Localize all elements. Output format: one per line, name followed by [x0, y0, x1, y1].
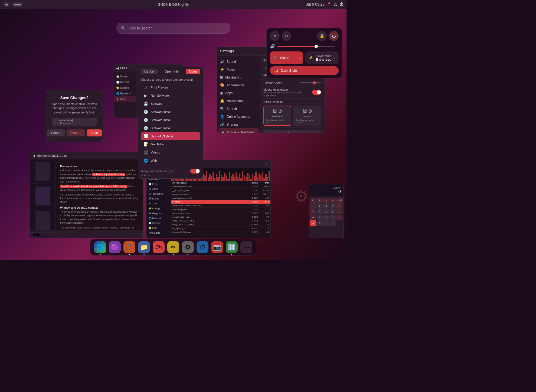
table-row-8[interactable]: -gfrot ant-im brows0.00%286 [171, 211, 270, 215]
app-item-software[interactable]: 💾 Software [141, 100, 200, 108]
sysprof-item-logs[interactable]: 📋 Logs [146, 182, 171, 187]
app-item-run-software[interactable]: ▶ Run Software [141, 92, 200, 100]
location-icon[interactable]: 📍 [327, 2, 331, 6]
wired-button[interactable]: 🔌 Wired › [270, 51, 303, 64]
files-network[interactable]: 🌐 Network [114, 91, 136, 96]
volume-expand-icon[interactable]: › [337, 44, 339, 49]
app-item-text-editor[interactable]: 📝 Text Editor [141, 140, 200, 148]
settings-item-apps[interactable]: ◉Apps [217, 89, 260, 97]
calc-sqrt[interactable]: √ [310, 209, 316, 214]
table-row-5[interactable]: Process 00.00%813 [171, 200, 270, 204]
search-bar[interactable]: 🔍 Type to search [116, 23, 230, 34]
papers-prev-btn[interactable]: ◀ [33, 232, 36, 237]
paper-thumb-2[interactable] [30, 184, 55, 208]
calc-square[interactable]: x² [310, 215, 316, 220]
sysprof-item-processes[interactable]: ⚙ Processes [146, 191, 171, 196]
calc-8[interactable]: 8 [323, 203, 329, 209]
app-item-print-preview[interactable]: 🖨 Print Preview [141, 83, 200, 92]
dock-item-web[interactable]: 🌐 [94, 241, 106, 253]
dock-item-flameshot[interactable]: 📷 [211, 241, 223, 253]
test-settings-button[interactable]: Test Settings → [263, 130, 321, 133]
table-row-1[interactable]: /usr/bin/gnome-shell8.00%1805 [171, 185, 270, 189]
table-row-11[interactable]: entry_SYSCALL_64_a54.51%235 [171, 223, 270, 227]
app-item-software-install-3[interactable]: 💿 Software Install [141, 124, 200, 132]
files-home[interactable]: 🏠 Home [114, 74, 136, 79]
app-item-sysprof[interactable]: 📊 Sysprof (Nightly) [141, 132, 200, 140]
settings-item-mouse[interactable]: 🖱Mouse & Touchpad [218, 128, 259, 133]
sysprof-item-files[interactable]: 📁 Files [146, 226, 171, 230]
sysprof-item-storage[interactable]: 💿 Storage [146, 221, 171, 226]
table-row-3[interactable]: org.gnome.haudi0.00%22471 [171, 192, 270, 196]
dock-item-clocks[interactable]: ⏱ [197, 241, 208, 253]
settings-item-power[interactable]: ⚡Power [217, 66, 260, 73]
qs-display-icon[interactable]: ☀ [270, 31, 280, 41]
calc-close-paren[interactable]: ) [323, 198, 329, 203]
app-item-videos[interactable]: 🎬 Videos [141, 148, 200, 156]
table-row-7[interactable]: /usr/bin/sysprof0.00%511 [171, 208, 270, 211]
calc-2[interactable]: 2 [323, 215, 329, 220]
dock-item-rhythmbox[interactable]: 🎵 [123, 241, 135, 253]
settings-item-notifications[interactable]: 🔔Notifications [217, 97, 260, 105]
qs-settings-icon[interactable]: ⚙ [282, 31, 292, 41]
dialog-open-button[interactable]: Open [186, 69, 200, 74]
app-item-software-install-1[interactable]: 💿 Software Install [141, 108, 200, 116]
dock-item-texteditor[interactable]: ✏ [167, 241, 179, 253]
calc-1[interactable]: 1 [316, 215, 323, 220]
paper-thumb-3[interactable] [30, 208, 55, 233]
back-button[interactable]: ◀ [3, 1, 9, 7]
calc-6[interactable]: 6 [330, 209, 336, 214]
dock-item-files[interactable]: 📁 [138, 241, 150, 253]
calc-3[interactable]: 3 [330, 215, 336, 220]
sysprof-item-dbus[interactable]: 🔗 D-Bus [146, 196, 171, 201]
power-mode-button[interactable]: ⚡ Power Mode Balanced › [305, 51, 339, 64]
volume-slider[interactable] [277, 46, 335, 47]
files-back-icon[interactable]: ◀ [116, 66, 119, 70]
table-row-6[interactable]: org.gnome.Tdolecit…no-debug0.00%263 [171, 204, 270, 208]
natural-option[interactable]: 🖥🖱 Natural Scrolling moves the content [293, 106, 321, 126]
sysprof-item-cpu[interactable]: 🖥 CPU [146, 201, 171, 206]
workspace-pill[interactable]: ▬▬ [11, 2, 23, 7]
dock-item-calculator[interactable]: 🔢 [226, 241, 238, 253]
save-discard-button[interactable]: Discard [67, 129, 85, 136]
settings-item-sharing[interactable]: 🔗Sharing [217, 120, 260, 128]
settings-item-search[interactable]: 🔍Search [217, 105, 260, 113]
calc-decimal[interactable]: . [323, 220, 329, 226]
calc-mod[interactable]: mod [336, 198, 342, 203]
calc-equals[interactable]: = [310, 220, 316, 226]
sysprof-item-graphics[interactable]: 🎮 Graphics [146, 211, 171, 216]
dock-item-appgrid[interactable]: 🟣 [109, 241, 121, 253]
paper-thumb-1[interactable] [30, 159, 55, 184]
calc-9[interactable]: 9 [330, 203, 336, 209]
settings-item-multitasking[interactable]: ⊞Multitasking [217, 73, 260, 81]
calc-open-paren[interactable]: ( [316, 198, 323, 203]
table-row-13[interactable]: kworker/5:2-kworyd0.00%64 [171, 230, 270, 234]
table-row-12[interactable]: do_syscall_6418.36%75 [171, 227, 270, 230]
network-icon[interactable]: 🖧 [334, 2, 337, 6]
calc-minus[interactable]: - [336, 209, 342, 214]
calc-plus[interactable]: + [336, 215, 342, 220]
dialog-cancel-button[interactable]: Cancel [141, 69, 158, 74]
papers-back-btn[interactable]: ◀ [33, 154, 35, 158]
dark-style-button[interactable]: 🌙 Dark Style [270, 66, 339, 75]
qs-lock-icon[interactable]: 🔒 [317, 31, 327, 41]
always-use-toggle[interactable] [190, 169, 200, 174]
sysprof-item-energy[interactable]: ⚡ Energy [146, 206, 171, 211]
files-trash[interactable]: 🗑 Trash [114, 96, 136, 102]
settings-item-appearance[interactable]: 🎨Appearance [217, 81, 260, 89]
files-starred[interactable]: ⭐ Starred [114, 85, 136, 91]
app-item-software-install-2[interactable]: 💿 Software Install [141, 116, 200, 124]
sysprof-item-marks[interactable]: 🏷 Marks [146, 187, 171, 191]
traditional-option[interactable]: 🖥🖱 Traditional Scrolling moves the view [263, 106, 291, 126]
dock-item-appcenter[interactable]: 🛍 [153, 241, 165, 253]
qs-power-icon[interactable]: ⏻ [329, 31, 339, 41]
files-recent[interactable]: 🕐 Recent [114, 79, 136, 85]
save-cancel-button[interactable]: Cancel [47, 129, 65, 136]
calc-0[interactable]: 0 [316, 220, 323, 226]
app-item-web[interactable]: 🌐 Web [141, 156, 200, 165]
mouse-accel-toggle[interactable] [312, 90, 321, 95]
settings-item-sound[interactable]: 🔊Sound [217, 58, 260, 66]
calc-percent[interactable]: % [330, 198, 336, 203]
sysprof-item-metadata[interactable]: ℹ Metadata [146, 230, 171, 235]
calc-multiply[interactable]: × [336, 203, 342, 209]
calc-negate[interactable]: +/- [330, 220, 336, 226]
